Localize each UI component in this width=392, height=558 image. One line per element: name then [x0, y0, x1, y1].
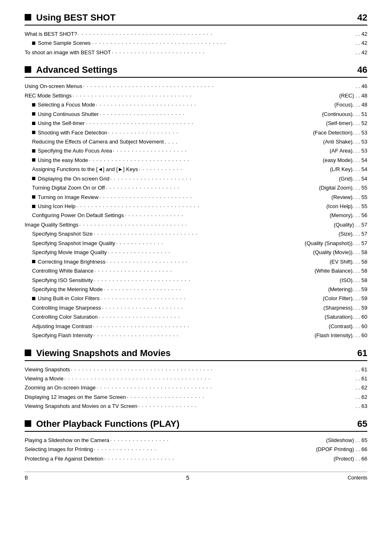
toc-label: Viewing Snapshots	[25, 365, 70, 374]
toc-dots: · · · · · · · · · · · · · · · · · · · · …	[99, 313, 324, 322]
section-advanced-settings: Advanced Settings46Using On-screen Menus…	[25, 65, 367, 340]
toc-page: . . 46	[355, 82, 367, 90]
toc-page: . . 62	[355, 383, 367, 392]
bullet-icon	[32, 297, 35, 300]
toc-dots: · · · · · · · · · · · · · · · · · · · · …	[100, 294, 322, 303]
toc-page: (Saturation). . . 60	[325, 313, 367, 321]
toc-label: Viewing Snapshots and Movies on a TV Scr…	[25, 402, 137, 410]
toc-label: To shoot an image with BEST SHOT	[25, 48, 111, 57]
toc-entry: Assigning Functions to the [◄] and [►] K…	[25, 165, 367, 174]
toc-dots: · · · · · · · · · · · · · · · · · · · · …	[96, 100, 333, 109]
toc-dots: · · · · · · · · · · · · · · · · · · · · …	[93, 322, 328, 331]
toc-dots: · · · · · · · · · · · · · · · · · · · · …	[93, 229, 337, 238]
toc-label: Controlling Color Saturation	[32, 313, 98, 321]
section-page: 46	[357, 65, 367, 75]
toc-entry: Image Quality Settings · · · · · · · · ·…	[25, 220, 367, 229]
toc-dots: · · · · · · · · · · · · · · · · · · · · …	[97, 383, 355, 392]
toc-dots: · · · · · · · · · · · · · · · · · · · · …	[92, 39, 355, 48]
bullet-icon	[32, 42, 35, 45]
toc-label: Displaying the On-screen Grid	[32, 174, 109, 183]
toc-label: Specifying Snapshot Image Quality	[32, 239, 115, 248]
toc-dots: · · · · · · · · · · · · · · · · · · · · …	[110, 174, 338, 183]
toc-page: (Quality) . . 57	[334, 220, 367, 229]
toc-dots: · · · · · · · · · · · · · · · · · · · · …	[104, 285, 327, 294]
toc-dots: · · · · · · · · · · · · · · · · · · · · …	[64, 374, 355, 383]
toc-page: . . 61	[355, 374, 367, 383]
section-header: Viewing Snapshots and Movies61	[25, 348, 367, 361]
toc-page: (Protect) . . 66	[334, 454, 367, 463]
toc-dots: · · · · · · · · · · · · · · · · · · · · …	[99, 193, 331, 202]
toc-page: (Quality (Movie)). . . 58	[313, 248, 367, 257]
toc-dots: · · · · · · · · · · · · · · · · · · · · …	[94, 276, 339, 285]
toc-entry: Using Built-in Color Filters · · · · · ·…	[25, 294, 367, 303]
footer-page: 5	[186, 475, 189, 481]
toc-label: Using On-screen Menus	[25, 82, 82, 90]
section-icon	[25, 66, 31, 73]
toc-label: Selecting Images for Printing	[25, 445, 93, 454]
toc-dots: · · · · · · · · · · · · · · · · · · · · …	[79, 220, 333, 229]
toc-entry: Selecting Images for Printing · · · · · …	[25, 445, 367, 454]
toc-dots: · · · · · · · · · · · · · · · · · · · · …	[76, 202, 326, 211]
toc-label: Some Sample Scenes	[32, 39, 91, 47]
toc-entry: Playing a Slideshow on the Camera · · · …	[25, 436, 367, 445]
toc-label: REC Mode Settings	[25, 91, 71, 100]
toc-entry: Specifying Snapshot Size · · · · · · · ·…	[25, 229, 367, 238]
toc-dots: · · · · · · · · · · · · · · · · · · · ·	[113, 146, 329, 155]
toc-dots: · · · · · · · · · · · · · · · · · · ·	[104, 454, 333, 463]
toc-entry: Controlling White Balance · · · · · · · …	[25, 266, 367, 276]
toc-dots: · · · · · · · · · · · · · · · · · · · · …	[95, 266, 314, 276]
toc-entry: Reducing the Effects of Camera and Subje…	[25, 137, 367, 146]
section-using-best-shot: Using BEST SHOT42What is BEST SHOT? · · …	[25, 12, 367, 57]
toc-entry: Protecting a File Against Deletion · · ·…	[25, 454, 367, 463]
section-title: Advanced Settings	[25, 65, 118, 75]
bullet-icon	[32, 195, 35, 199]
toc-entry: Adjusting Image Contrast · · · · · · · ·…	[25, 322, 367, 331]
toc-entry: REC Mode Settings · · · · · · · · · · · …	[25, 91, 367, 100]
toc-label: Specifying the Auto Focus Area	[32, 146, 112, 155]
toc-dots: · · · · · · · · · · · · · · · · · · · · …	[71, 365, 355, 374]
toc-dots: · · · · · · · · · · · · · · · · · · · · …	[102, 303, 323, 313]
toc-page: (Continuous). . . 51	[322, 110, 367, 118]
bullet-icon	[32, 112, 35, 116]
toc-entry: Turning on Image Review · · · · · · · · …	[25, 193, 367, 202]
footer-letter: B	[25, 475, 28, 481]
toc-label: Displaying 12 Images on the Same Screen	[25, 393, 126, 401]
toc-label: Specifying ISO Sensitivity	[32, 276, 93, 285]
toc-dots: · · · · · · · · · · · · · · · · · · · ·	[106, 183, 318, 192]
bullet-icon	[32, 149, 35, 153]
toc-label: Using Icon Help	[32, 202, 76, 211]
toc-label: Protecting a File Against Deletion	[25, 454, 104, 463]
toc-page: (Self-timer). . . 52	[326, 119, 367, 127]
toc-page: (Flash Intensity). . . 60	[314, 331, 367, 340]
section-header: Using BEST SHOT42	[25, 12, 367, 25]
toc-entry: Specifying Snapshot Image Quality · · · …	[25, 239, 367, 248]
toc-page: (EV Shift). . . 58	[330, 257, 367, 266]
toc-page: (Digital Zoom). . . 55	[319, 183, 367, 192]
bullet-icon	[32, 177, 35, 180]
toc-dots: · · · · · · · · · · · · ·	[116, 239, 304, 248]
toc-dots: · · · · · · · · · · · · · · · · · · · · …	[106, 257, 329, 266]
bullet-icon	[32, 122, 35, 125]
toc-dots: · · · · · · · · · · · · · · · · · · · · …	[85, 119, 325, 128]
toc-label: Specifying Movie Image Quality	[32, 248, 107, 257]
bullet-icon	[32, 158, 35, 162]
toc-label: Controlling Image Sharpness	[32, 303, 101, 312]
footer: B 5 Contents	[25, 472, 367, 481]
toc-dots: · · · · · · · · · · · · · · · · ·	[94, 445, 315, 454]
section-page: 65	[357, 419, 367, 429]
toc-label: What is BEST SHOT?	[25, 30, 77, 38]
toc-entry: Displaying 12 Images on the Same Screen …	[25, 393, 367, 402]
toc-page: (Review). . . 55	[332, 193, 367, 201]
toc-page: (DPOF Printing) . . 66	[316, 445, 367, 454]
bullet-icon	[32, 131, 35, 134]
toc-entry: Using the easy Mode · · · · · · · · · · …	[25, 156, 367, 165]
toc-label: Zooming an On-screen Image	[25, 383, 96, 392]
toc-entry: Specifying ISO Sensitivity · · · · · · ·…	[25, 276, 367, 285]
toc-label: Reducing the Effects of Camera and Subje…	[32, 137, 164, 146]
toc-label: Turning on Image Review	[32, 193, 99, 201]
toc-entry: Viewing Snapshots · · · · · · · · · · · …	[25, 365, 367, 374]
toc-page: (White Balance). . . 58	[314, 266, 367, 275]
toc-page: . . 62	[355, 393, 367, 401]
toc-entry: To shoot an image with BEST SHOT · · · ·…	[25, 48, 367, 57]
toc-entry: Viewing a Movie · · · · · · · · · · · · …	[25, 374, 367, 383]
